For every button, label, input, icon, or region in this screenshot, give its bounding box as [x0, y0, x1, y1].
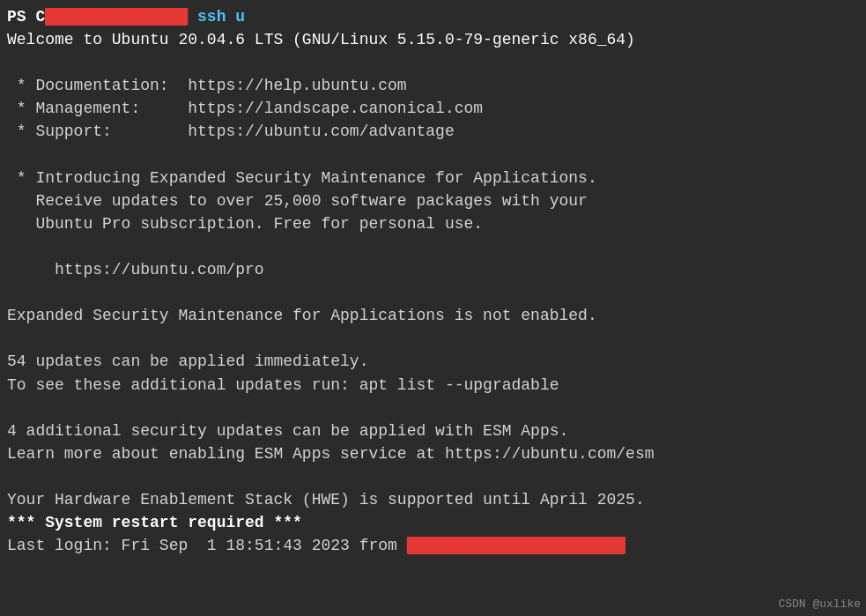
ps-prefix: PS C [7, 8, 45, 26]
esm-intro-1: * Introducing Expanded Security Maintena… [7, 167, 859, 189]
blank-line-5 [7, 327, 859, 350]
updates-line-1: 54 updates can be applied immediately. [7, 350, 859, 373]
hwe-line: Your Hardware Enablement Stack (HWE) is … [7, 488, 859, 511]
security-line-1: 4 additional security updates can be app… [7, 419, 859, 442]
prompt-line: PS C███████████████ ssh u [7, 5, 859, 28]
blank-line-7 [7, 465, 859, 488]
welcome-line: Welcome to Ubuntu 20.04.6 LTS (GNU/Linux… [7, 28, 859, 51]
blank-line [7, 51, 859, 74]
doc-line: * Documentation: https://help.ubuntu.com [7, 74, 859, 97]
blank-line-3 [7, 235, 859, 258]
ssh-command: ssh u [188, 8, 245, 26]
support-line: * Support: https://ubuntu.com/advantage [7, 120, 859, 143]
esm-status-line: Expanded Security Maintenance for Applic… [7, 304, 859, 327]
terminal-window: PS C███████████████ ssh u Welcome to Ubu… [0, 0, 866, 616]
esm-intro-3: Ubuntu Pro subscription. Free for person… [7, 212, 859, 235]
blank-line-2 [7, 144, 859, 167]
pro-link-line: https://ubuntu.com/pro [7, 258, 859, 281]
blank-line-6 [7, 397, 859, 419]
security-line-2: Learn more about enabling ESM Apps servi… [7, 442, 859, 465]
redacted-ip: ███████████████████████ [407, 537, 625, 554]
blank-line-4 [7, 281, 859, 304]
esm-intro-2: Receive updates to over 25,000 software … [7, 189, 859, 212]
redacted-path: ███████████████ [45, 8, 188, 26]
lastlogin-text: Last login: Fri Sep 1 18:51:43 2023 from [7, 537, 407, 554]
updates-line-2: To see these additional updates run: apt… [7, 374, 859, 397]
mgmt-line: * Management: https://landscape.canonica… [7, 97, 859, 120]
watermark: CSDN @uxlike [778, 597, 861, 611]
lastlogin-line: Last login: Fri Sep 1 18:51:43 2023 from… [7, 534, 859, 557]
restart-line: *** System restart required *** [7, 511, 859, 534]
